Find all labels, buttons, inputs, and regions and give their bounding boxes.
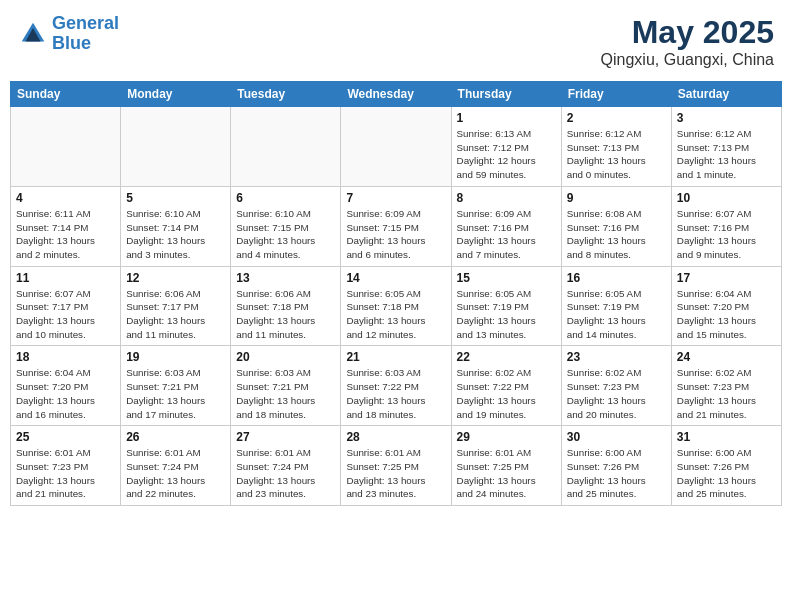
day-info: Sunrise: 6:07 AMSunset: 7:17 PMDaylight:… (16, 287, 115, 342)
calendar-cell (11, 107, 121, 187)
calendar-cell: 12Sunrise: 6:06 AMSunset: 7:17 PMDayligh… (121, 266, 231, 346)
day-number: 27 (236, 430, 335, 444)
day-info: Sunrise: 6:02 AMSunset: 7:22 PMDaylight:… (457, 366, 556, 421)
calendar-cell: 6Sunrise: 6:10 AMSunset: 7:15 PMDaylight… (231, 186, 341, 266)
calendar-cell: 22Sunrise: 6:02 AMSunset: 7:22 PMDayligh… (451, 346, 561, 426)
calendar-cell: 23Sunrise: 6:02 AMSunset: 7:23 PMDayligh… (561, 346, 671, 426)
day-number: 6 (236, 191, 335, 205)
calendar-cell: 4Sunrise: 6:11 AMSunset: 7:14 PMDaylight… (11, 186, 121, 266)
day-number: 11 (16, 271, 115, 285)
calendar-cell: 30Sunrise: 6:00 AMSunset: 7:26 PMDayligh… (561, 426, 671, 506)
calendar-cell: 11Sunrise: 6:07 AMSunset: 7:17 PMDayligh… (11, 266, 121, 346)
day-number: 7 (346, 191, 445, 205)
col-header-saturday: Saturday (671, 82, 781, 107)
day-number: 18 (16, 350, 115, 364)
col-header-friday: Friday (561, 82, 671, 107)
day-number: 25 (16, 430, 115, 444)
day-info: Sunrise: 6:01 AMSunset: 7:25 PMDaylight:… (346, 446, 445, 501)
calendar-cell: 2Sunrise: 6:12 AMSunset: 7:13 PMDaylight… (561, 107, 671, 187)
calendar-cell: 21Sunrise: 6:03 AMSunset: 7:22 PMDayligh… (341, 346, 451, 426)
logo-text: General Blue (52, 14, 119, 54)
col-header-thursday: Thursday (451, 82, 561, 107)
calendar-cell: 13Sunrise: 6:06 AMSunset: 7:18 PMDayligh… (231, 266, 341, 346)
calendar-week-row: 11Sunrise: 6:07 AMSunset: 7:17 PMDayligh… (11, 266, 782, 346)
day-number: 3 (677, 111, 776, 125)
calendar-cell: 19Sunrise: 6:03 AMSunset: 7:21 PMDayligh… (121, 346, 231, 426)
day-number: 29 (457, 430, 556, 444)
day-number: 20 (236, 350, 335, 364)
day-info: Sunrise: 6:01 AMSunset: 7:23 PMDaylight:… (16, 446, 115, 501)
day-info: Sunrise: 6:12 AMSunset: 7:13 PMDaylight:… (677, 127, 776, 182)
day-info: Sunrise: 6:09 AMSunset: 7:15 PMDaylight:… (346, 207, 445, 262)
day-number: 2 (567, 111, 666, 125)
day-info: Sunrise: 6:10 AMSunset: 7:14 PMDaylight:… (126, 207, 225, 262)
day-info: Sunrise: 6:13 AMSunset: 7:12 PMDaylight:… (457, 127, 556, 182)
calendar-cell: 31Sunrise: 6:00 AMSunset: 7:26 PMDayligh… (671, 426, 781, 506)
day-number: 22 (457, 350, 556, 364)
calendar-table: SundayMondayTuesdayWednesdayThursdayFrid… (10, 81, 782, 506)
day-info: Sunrise: 6:06 AMSunset: 7:18 PMDaylight:… (236, 287, 335, 342)
calendar-week-row: 1Sunrise: 6:13 AMSunset: 7:12 PMDaylight… (11, 107, 782, 187)
day-number: 16 (567, 271, 666, 285)
day-number: 19 (126, 350, 225, 364)
page-header: General Blue May 2025 Qingxiu, Guangxi, … (10, 10, 782, 73)
calendar-cell: 9Sunrise: 6:08 AMSunset: 7:16 PMDaylight… (561, 186, 671, 266)
calendar-cell: 8Sunrise: 6:09 AMSunset: 7:16 PMDaylight… (451, 186, 561, 266)
day-number: 17 (677, 271, 776, 285)
day-info: Sunrise: 6:05 AMSunset: 7:19 PMDaylight:… (457, 287, 556, 342)
logo-icon (18, 19, 48, 49)
day-info: Sunrise: 6:01 AMSunset: 7:24 PMDaylight:… (126, 446, 225, 501)
day-number: 31 (677, 430, 776, 444)
day-number: 23 (567, 350, 666, 364)
logo-line1: General (52, 13, 119, 33)
location: Qingxiu, Guangxi, China (601, 51, 774, 69)
day-info: Sunrise: 6:12 AMSunset: 7:13 PMDaylight:… (567, 127, 666, 182)
day-info: Sunrise: 6:06 AMSunset: 7:17 PMDaylight:… (126, 287, 225, 342)
calendar-cell: 16Sunrise: 6:05 AMSunset: 7:19 PMDayligh… (561, 266, 671, 346)
col-header-tuesday: Tuesday (231, 82, 341, 107)
calendar-cell: 28Sunrise: 6:01 AMSunset: 7:25 PMDayligh… (341, 426, 451, 506)
calendar-cell: 17Sunrise: 6:04 AMSunset: 7:20 PMDayligh… (671, 266, 781, 346)
col-header-sunday: Sunday (11, 82, 121, 107)
day-number: 14 (346, 271, 445, 285)
day-number: 9 (567, 191, 666, 205)
day-number: 1 (457, 111, 556, 125)
calendar-cell: 15Sunrise: 6:05 AMSunset: 7:19 PMDayligh… (451, 266, 561, 346)
logo: General Blue (18, 14, 119, 54)
calendar-week-row: 25Sunrise: 6:01 AMSunset: 7:23 PMDayligh… (11, 426, 782, 506)
calendar-cell (231, 107, 341, 187)
calendar-cell: 18Sunrise: 6:04 AMSunset: 7:20 PMDayligh… (11, 346, 121, 426)
calendar-week-row: 18Sunrise: 6:04 AMSunset: 7:20 PMDayligh… (11, 346, 782, 426)
day-number: 13 (236, 271, 335, 285)
calendar-cell: 24Sunrise: 6:02 AMSunset: 7:23 PMDayligh… (671, 346, 781, 426)
day-number: 26 (126, 430, 225, 444)
day-info: Sunrise: 6:11 AMSunset: 7:14 PMDaylight:… (16, 207, 115, 262)
day-number: 12 (126, 271, 225, 285)
day-info: Sunrise: 6:01 AMSunset: 7:25 PMDaylight:… (457, 446, 556, 501)
day-info: Sunrise: 6:09 AMSunset: 7:16 PMDaylight:… (457, 207, 556, 262)
calendar-cell: 20Sunrise: 6:03 AMSunset: 7:21 PMDayligh… (231, 346, 341, 426)
day-info: Sunrise: 6:02 AMSunset: 7:23 PMDaylight:… (677, 366, 776, 421)
calendar-cell: 10Sunrise: 6:07 AMSunset: 7:16 PMDayligh… (671, 186, 781, 266)
day-info: Sunrise: 6:03 AMSunset: 7:21 PMDaylight:… (126, 366, 225, 421)
col-header-monday: Monday (121, 82, 231, 107)
day-number: 15 (457, 271, 556, 285)
day-info: Sunrise: 6:01 AMSunset: 7:24 PMDaylight:… (236, 446, 335, 501)
title-block: May 2025 Qingxiu, Guangxi, China (601, 14, 774, 69)
col-header-wednesday: Wednesday (341, 82, 451, 107)
day-number: 30 (567, 430, 666, 444)
calendar-cell: 29Sunrise: 6:01 AMSunset: 7:25 PMDayligh… (451, 426, 561, 506)
calendar-cell: 5Sunrise: 6:10 AMSunset: 7:14 PMDaylight… (121, 186, 231, 266)
logo-line2: Blue (52, 33, 91, 53)
day-info: Sunrise: 6:05 AMSunset: 7:18 PMDaylight:… (346, 287, 445, 342)
calendar-cell: 3Sunrise: 6:12 AMSunset: 7:13 PMDaylight… (671, 107, 781, 187)
calendar-cell: 7Sunrise: 6:09 AMSunset: 7:15 PMDaylight… (341, 186, 451, 266)
day-info: Sunrise: 6:02 AMSunset: 7:23 PMDaylight:… (567, 366, 666, 421)
day-number: 8 (457, 191, 556, 205)
calendar-cell: 14Sunrise: 6:05 AMSunset: 7:18 PMDayligh… (341, 266, 451, 346)
calendar-header-row: SundayMondayTuesdayWednesdayThursdayFrid… (11, 82, 782, 107)
day-info: Sunrise: 6:03 AMSunset: 7:22 PMDaylight:… (346, 366, 445, 421)
day-info: Sunrise: 6:07 AMSunset: 7:16 PMDaylight:… (677, 207, 776, 262)
calendar-cell: 26Sunrise: 6:01 AMSunset: 7:24 PMDayligh… (121, 426, 231, 506)
day-number: 24 (677, 350, 776, 364)
